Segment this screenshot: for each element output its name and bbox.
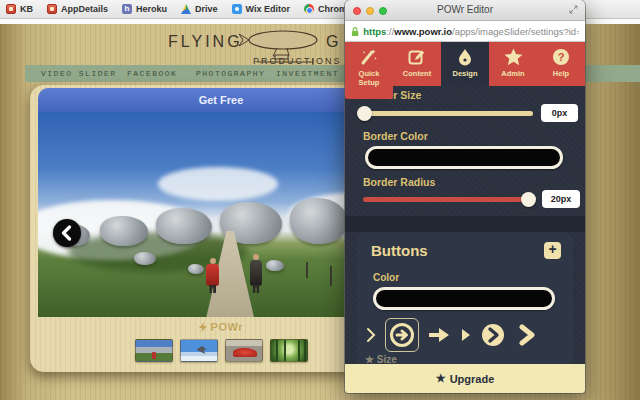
arrow-left-icon <box>59 225 75 241</box>
size-label-text: Size <box>377 354 397 364</box>
border-radius-value[interactable]: 20px <box>542 190 580 208</box>
upgrade-label: Upgrade <box>450 373 495 385</box>
chrome-icon <box>304 4 314 14</box>
get-free-banner-label: Get Free <box>199 94 244 106</box>
wix-icon <box>232 4 242 14</box>
bookmark-appdetails[interactable]: AppDetails <box>47 4 108 14</box>
buttons-section-title: Buttons <box>371 242 559 259</box>
powr-watermark-label: POWr <box>211 321 243 333</box>
resize-icon[interactable] <box>569 5 578 14</box>
tab-admin[interactable]: Admin <box>489 42 537 86</box>
thumbnail-red-car[interactable] <box>225 339 263 362</box>
border-radius-slider-handle[interactable] <box>521 192 536 207</box>
fence-post <box>330 266 332 286</box>
nav-item-video-slider[interactable]: VIDEO SLIDER <box>41 69 127 78</box>
rock-shape <box>100 216 148 246</box>
upgrade-bar[interactable]: ★ Upgrade <box>345 364 585 393</box>
site-brand-left: FLYING <box>168 33 243 51</box>
thumbnail-skydiver[interactable] <box>180 339 218 362</box>
arrow-option-filled-circle-chevron[interactable] <box>479 320 507 350</box>
border-size-slider-track[interactable] <box>363 111 533 116</box>
star-icon <box>504 47 523 67</box>
bookmark-drive[interactable]: Drive <box>181 4 218 14</box>
button-color-swatch[interactable] <box>373 287 555 310</box>
cloud-shape <box>158 167 278 201</box>
magic-wand-icon <box>360 47 378 67</box>
bookmark-kb[interactable]: KB <box>6 4 33 14</box>
tab-label: Design <box>452 69 477 78</box>
nav-item-photography[interactable]: PHOTOGRAPHY <box>196 69 276 78</box>
star-icon: ★ <box>436 372 446 385</box>
tab-quick-setup[interactable]: Quick Setup <box>345 42 393 99</box>
buttons-section: Buttons + Color <box>357 232 573 364</box>
url-text: https://www.powr.io/apps/imageSlider/set… <box>363 26 579 37</box>
droplet-icon <box>457 47 473 67</box>
powr-editor-window: POWr Editor https://www.powr.io/apps/ima… <box>345 0 585 393</box>
screen: KB AppDetails h Heroku Drive Wix Editor … <box>0 0 640 400</box>
url-scheme: https <box>363 26 386 37</box>
hiker-black-backpack <box>250 260 262 286</box>
bookmark-wix[interactable]: Wix Editor <box>232 4 290 14</box>
border-radius-label: Border Radius <box>363 176 435 188</box>
rock-shape <box>134 252 156 265</box>
border-size-value[interactable]: 0px <box>541 104 578 122</box>
red-app-icon <box>47 4 57 14</box>
window-title: POWr Editor <box>345 4 585 15</box>
window-titlebar[interactable]: POWr Editor <box>345 0 585 21</box>
size-premium-label: ★ Size <box>365 354 397 364</box>
tab-label: Content <box>403 69 431 78</box>
nav-item-investment[interactable]: INVESTMENT <box>276 69 356 78</box>
border-color-swatch[interactable] <box>365 146 563 169</box>
heroku-icon: h <box>122 4 132 14</box>
google-drive-icon <box>181 4 191 14</box>
url-path: /apps/imageSlider/settings?id=65... <box>452 26 579 37</box>
bookmark-label: Wix Editor <box>246 4 290 14</box>
arrow-option-bold-chevron[interactable] <box>513 320 541 350</box>
border-size-slider-handle[interactable] <box>357 106 372 121</box>
compose-icon <box>408 47 426 67</box>
question-icon: ? <box>552 47 570 67</box>
design-panel: Border Size 0px Border Color Border Radi… <box>345 86 585 364</box>
bookmark-label: Drive <box>195 4 218 14</box>
rock-shape <box>156 208 212 244</box>
button-color-label: Color <box>373 272 399 283</box>
nav-item-facebook[interactable]: FACEBOOK <box>127 69 196 78</box>
arrow-option-circled-arrow-selected[interactable] <box>385 318 419 352</box>
editor-tabs: Quick Setup Content Design Admin <box>345 42 585 86</box>
add-button[interactable]: + <box>544 242 561 259</box>
bookmark-heroku[interactable]: h Heroku <box>122 4 167 14</box>
fence-post <box>306 262 308 278</box>
hiker-red-backpack <box>206 264 219 286</box>
arrow-option-solid-arrow[interactable] <box>425 320 453 350</box>
slider-prev-button[interactable] <box>53 219 81 247</box>
tab-label: Help <box>553 69 569 78</box>
bookmark-label: Heroku <box>136 4 167 14</box>
tab-help[interactable]: ? Help <box>537 42 585 86</box>
rock-shape <box>266 260 284 271</box>
tab-label: Admin <box>501 69 524 78</box>
thumbnail-forest[interactable] <box>270 339 308 362</box>
section-divider <box>345 216 585 232</box>
powr-bolt-icon <box>199 322 207 332</box>
site-brand-right: G <box>326 33 341 51</box>
border-color-label: Border Color <box>363 130 428 142</box>
rock-shape <box>290 198 348 244</box>
red-app-icon <box>6 4 16 14</box>
bookmark-label: KB <box>20 4 33 14</box>
tab-label: Quick Setup <box>354 69 384 88</box>
arrow-style-options <box>363 318 541 352</box>
padlock-icon <box>351 26 359 37</box>
thumbnail-castle-hill[interactable] <box>135 339 173 362</box>
arrow-option-small-triangle[interactable] <box>459 320 473 350</box>
url-host: www.powr.io <box>394 26 452 37</box>
bookmark-label: AppDetails <box>61 4 108 14</box>
arrow-option-thin-chevron[interactable] <box>363 320 379 350</box>
svg-text:?: ? <box>558 51 565 63</box>
tab-design[interactable]: Design <box>441 42 489 86</box>
border-radius-slider-track[interactable] <box>363 197 535 202</box>
url-bar[interactable]: https://www.powr.io/apps/imageSlider/set… <box>345 21 585 42</box>
rock-shape <box>188 264 204 274</box>
tab-content[interactable]: Content <box>393 42 441 86</box>
